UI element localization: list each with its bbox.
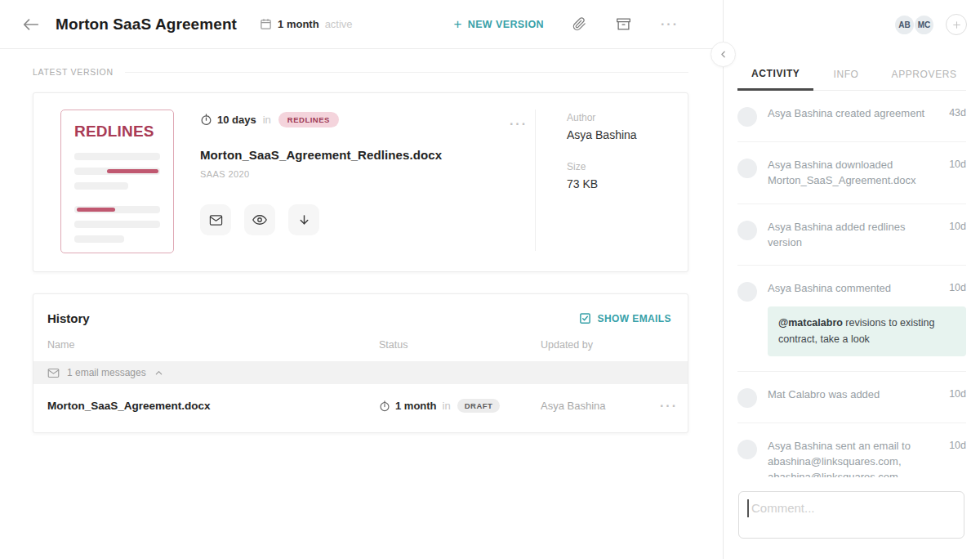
version-duration: 10 days (217, 114, 256, 126)
activity-timestamp: 10d (949, 439, 966, 477)
download-document-button[interactable] (288, 204, 319, 235)
activity-text: Asya Bashina sent an email to abashina@l… (768, 439, 949, 477)
avatar (737, 107, 757, 127)
back-button[interactable] (20, 15, 42, 34)
mention[interactable]: @matcalabro (778, 317, 843, 329)
activity-item: Mat Calabro was added 10d (737, 372, 966, 423)
draft-status-badge: DRAFT (457, 399, 501, 413)
thumbnail-redlines-label: REDLINES (74, 123, 160, 141)
column-header-updated-by: Updated by (541, 339, 671, 351)
eye-icon (252, 212, 267, 227)
chevron-left-icon (718, 49, 728, 60)
envelope-icon (209, 213, 223, 227)
show-emails-toggle[interactable]: SHOW EMAILS (579, 312, 671, 324)
version-more-button[interactable]: ··· (510, 118, 528, 131)
activity-timestamp: 10d (949, 220, 966, 251)
size-value: 73 KB (567, 177, 688, 190)
column-header-name: Name (47, 339, 379, 351)
version-side-meta: Author Asya Bashina Size 73 KB (536, 93, 688, 271)
main-panel: Morton SaaS Agreement 1 month active + N… (0, 0, 723, 559)
version-status-row: 10 days in REDLINES (200, 112, 535, 127)
ellipsis-icon: ··· (510, 117, 528, 131)
latest-version-section: LATEST VERSION (33, 67, 688, 77)
more-options-button[interactable]: ··· (659, 16, 680, 33)
sidebar-collapse-button[interactable] (710, 42, 736, 67)
ellipsis-icon: ··· (660, 399, 678, 413)
activity-sidebar: AB MC ACTIVITY INFO APPROVERS Asya Bashi… (723, 0, 980, 559)
version-filename: Morton_SaaS_Agreement_Redlines.docx (200, 148, 535, 162)
document-thumbnail[interactable]: REDLINES (60, 110, 174, 253)
activity-text: Mat Calabro was added (768, 387, 949, 403)
new-version-button[interactable]: + NEW VERSION (453, 17, 544, 31)
document-actions (200, 204, 535, 235)
latest-version-card: REDLINES 10 days (33, 92, 688, 272)
preview-document-button[interactable] (244, 204, 275, 235)
history-column-headers: Name Status Updated by (33, 339, 688, 361)
history-row[interactable]: Morton_SaaS_Agreement.docx 1 month in DR… (33, 384, 688, 427)
thumbnail-text-lines (74, 153, 160, 243)
activity-text: Asya Bashina added redlines version (768, 220, 949, 251)
avatar[interactable]: MC (915, 16, 933, 34)
activity-timestamp: 10d (949, 158, 966, 189)
avatar (737, 388, 757, 408)
sidebar-tabs: ACTIVITY INFO APPROVERS (737, 68, 966, 91)
archive-icon (617, 17, 630, 31)
timer-icon (379, 400, 390, 412)
tab-approvers[interactable]: APPROVERS (892, 68, 957, 90)
timer-icon (200, 114, 212, 126)
avatar (737, 221, 757, 240)
page-title: Morton SaaS Agreement (56, 16, 237, 34)
history-row-updated-by: Asya Bashina (541, 400, 639, 412)
history-card: History SHOW EMAILS Name Status Updated … (33, 293, 688, 433)
history-row-more-button[interactable]: ··· (639, 400, 678, 413)
term-duration: 1 month (278, 18, 319, 30)
activity-text: Asya Bashina commented (768, 281, 949, 297)
plus-icon: + (453, 17, 461, 31)
author-value: Asya Bashina (567, 128, 688, 141)
contract-detail-page: Morton SaaS Agreement 1 month active + N… (0, 0, 980, 559)
history-row-filename: Morton_SaaS_Agreement.docx (47, 400, 379, 412)
email-document-button[interactable] (200, 204, 231, 235)
activity-timestamp: 10d (949, 387, 966, 403)
activity-text: Asya Bashina created agreement (768, 106, 949, 122)
history-row-duration: 1 month (395, 400, 437, 412)
comment-composer (724, 477, 980, 559)
size-label: Size (567, 161, 688, 172)
activity-feed: Asya Bashina created agreement 43d Asya … (724, 91, 980, 477)
history-title: History (47, 311, 90, 325)
tab-info[interactable]: INFO (833, 68, 858, 90)
column-header-status: Status (379, 339, 541, 351)
checkbox-checked-icon (579, 312, 591, 324)
activity-text: Asya Bashina downloaded Morton_SaaS_Agre… (768, 158, 949, 189)
header-actions: + NEW VERSION ··· (453, 16, 680, 33)
comment-input[interactable] (738, 491, 964, 539)
attachments-button[interactable] (571, 16, 588, 33)
history-row-status: 1 month in DRAFT (379, 399, 541, 413)
history-header: History SHOW EMAILS (33, 294, 688, 339)
show-emails-label: SHOW EMAILS (598, 313, 671, 324)
comment-highlight: @matcalabro revisions to existing contra… (768, 306, 966, 356)
main-content: LATEST VERSION REDLINES (0, 49, 723, 559)
add-user-button[interactable] (946, 14, 967, 35)
chevron-up-icon (154, 369, 171, 378)
activity-item: Asya Bashina created agreement 43d (737, 91, 966, 142)
avatar[interactable]: AB (895, 16, 914, 34)
page-header: Morton SaaS Agreement 1 month active + N… (0, 0, 723, 49)
avatar (737, 159, 757, 178)
section-divider (125, 72, 688, 73)
email-messages-group[interactable]: 1 email messages (33, 361, 688, 384)
paperclip-icon (572, 17, 586, 31)
text-cursor (747, 499, 749, 517)
activity-item: Asya Bashina downloaded Morton_SaaS_Agre… (737, 142, 966, 204)
term-badge: 1 month active (260, 18, 353, 30)
email-messages-label: 1 email messages (67, 367, 146, 378)
sidebar-top-bar: AB MC (724, 0, 980, 49)
avatar (737, 440, 757, 459)
activity-timestamp: 43d (949, 106, 966, 122)
version-tag: SAAS 2020 (200, 169, 535, 179)
tab-activity[interactable]: ACTIVITY (737, 68, 813, 91)
latest-version-label: LATEST VERSION (33, 67, 114, 77)
envelope-icon (47, 367, 67, 379)
archive-button[interactable] (615, 16, 632, 33)
status-preposition: in (443, 400, 451, 412)
